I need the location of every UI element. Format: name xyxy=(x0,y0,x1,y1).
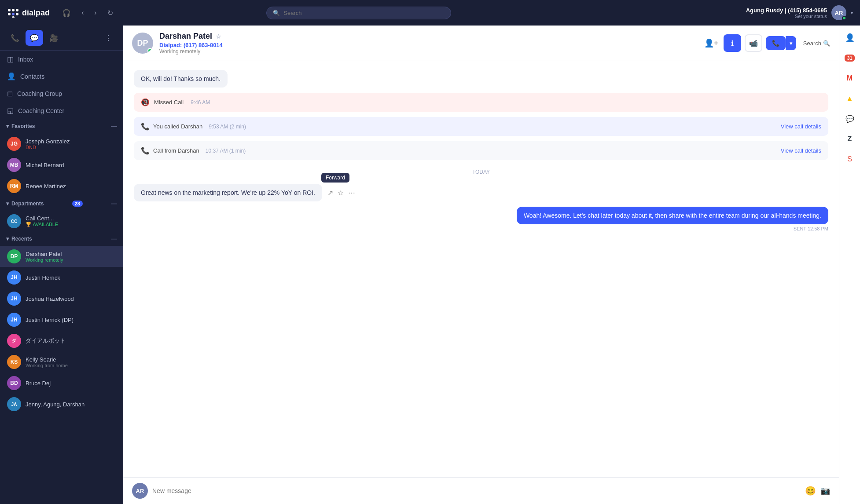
rp-drive-icon[interactable]: ▲ xyxy=(842,91,858,106)
main-layout: 📞 💬 🎥 ⋮ ◫ Inbox 👤 Contacts ◻ Coaching Gr… xyxy=(0,26,860,504)
input-user-avatar: AR xyxy=(132,483,148,499)
search-input[interactable] xyxy=(283,10,445,16)
departments-edit-icon[interactable]: — xyxy=(111,200,117,207)
departments-chevron: ▾ xyxy=(6,201,9,207)
header-actions: 👤+ ℹ 📹 📞 ▾ Search 🔍 xyxy=(702,34,830,52)
call-button[interactable]: 📞 xyxy=(766,36,786,50)
today-divider: TODAY xyxy=(134,165,828,179)
headset-button[interactable]: 🎧 xyxy=(59,7,74,19)
departments-section-header[interactable]: ▾ Departments 28 — xyxy=(0,197,123,211)
forward-button[interactable]: › xyxy=(91,7,100,18)
user-area: Agung Rusdy | (415) 854-0695 Set your st… xyxy=(746,5,853,20)
search-icon: 🔍 xyxy=(273,10,280,16)
inbound-call-event: 📞 Call from Darshan 10:37 AM (1 min) Vie… xyxy=(134,141,828,160)
sidebar: 📞 💬 🎥 ⋮ ◫ Inbox 👤 Contacts ◻ Coaching Gr… xyxy=(0,26,123,504)
jenny-avatar: JA xyxy=(7,397,21,411)
rp-calendar-icon[interactable]: 31 xyxy=(842,50,858,66)
refresh-button[interactable]: ↻ xyxy=(104,7,117,19)
recent-joshua[interactable]: JH Joshua Hazelwood xyxy=(0,288,123,309)
chat-title: Darshan Patel ☆ Dialpad: (617) 863-8014 … xyxy=(159,32,696,55)
search-bar[interactable]: 🔍 xyxy=(266,7,451,19)
call-dropdown-button[interactable]: ▾ xyxy=(786,36,796,50)
rp-person-icon: 👤 xyxy=(845,33,855,43)
coaching-center-label: Coaching Center xyxy=(18,107,64,114)
emoji-button[interactable]: 😊 xyxy=(805,486,816,496)
add-user-button[interactable]: 👤+ xyxy=(702,34,720,52)
sidebar-item-inbox[interactable]: ◫ Inbox xyxy=(0,51,123,68)
back-button[interactable]: ‹ xyxy=(78,7,87,18)
recents-section-header[interactable]: ▾ Recents — xyxy=(0,232,123,246)
inbound-call-icon: 📞 xyxy=(141,146,150,155)
sidebar-item-coaching-center[interactable]: ◱ Coaching Center xyxy=(0,102,123,119)
view-call-details-2[interactable]: View call details xyxy=(781,147,821,154)
sidebar-item-coaching-group[interactable]: ◻ Coaching Group xyxy=(0,85,123,102)
rp-gmail-icon[interactable]: M xyxy=(842,70,858,86)
today-label: TODAY xyxy=(472,169,490,175)
phone-tool-button[interactable]: 📞 xyxy=(6,30,24,46)
jenny-name: Jenny, Agung, Darshan xyxy=(26,401,116,408)
video-call-button[interactable]: 📹 xyxy=(745,34,762,52)
call-center-avatar: CC xyxy=(7,214,21,228)
outbound-call-event: 📞 You called Darshan 9:53 AM (2 min) Vie… xyxy=(134,117,828,136)
msg-ok-text: OK, will do! Thanks so much. xyxy=(141,75,221,82)
recent-kelly[interactable]: KS Kelly Searle Working from home xyxy=(0,351,123,373)
recent-dialbot[interactable]: ダ ダイアルボット xyxy=(0,330,123,351)
svg-point-1 xyxy=(12,9,15,11)
avatar-online-indicator xyxy=(842,16,846,20)
user-dropdown-arrow[interactable]: ▾ xyxy=(851,11,853,15)
search-chat-link[interactable]: Search 🔍 xyxy=(803,40,830,47)
camera-button[interactable]: 📷 xyxy=(820,486,830,496)
rp-user-icon[interactable]: 👤 xyxy=(842,30,858,46)
recent-bruce[interactable]: BD Bruce Dej xyxy=(0,373,123,394)
contacts-icon: 👤 xyxy=(7,72,16,80)
justin-info: Justin Herrick xyxy=(26,274,116,281)
recent-jenny[interactable]: JA Jenny, Agung, Darshan xyxy=(0,394,123,415)
chat-area: DP Darshan Patel ☆ Dialpad: (617) 863-80… xyxy=(123,26,839,504)
favorite-joseph[interactable]: JG Joseph Gonzalez DND xyxy=(0,133,123,154)
message-marketing-report-wrapper: Great news on the marketing report. We'r… xyxy=(134,184,828,201)
user-avatar[interactable]: AR xyxy=(831,5,846,20)
recent-justin-dp[interactable]: JH Justin Herrick (DP) xyxy=(0,309,123,330)
message-input[interactable] xyxy=(152,485,801,497)
search-label: Search xyxy=(803,40,821,47)
message-reply: Woah! Awesome. Let's chat later today ab… xyxy=(517,207,828,224)
favorite-renee[interactable]: RM Renee Martinez xyxy=(0,175,123,197)
svg-point-3 xyxy=(8,13,11,15)
bruce-info: Bruce Dej xyxy=(26,380,116,387)
chat-tool-button[interactable]: 💬 xyxy=(26,30,43,46)
favorite-michel[interactable]: MB Michel Bernard xyxy=(0,154,123,175)
favorites-edit-icon[interactable]: — xyxy=(111,123,117,130)
more-message-button[interactable]: ⋯ xyxy=(346,187,357,199)
svg-point-4 xyxy=(12,13,15,15)
recent-darshan[interactable]: DP Darshan Patel Working remotely xyxy=(0,246,123,267)
phone-label: Dialpad: xyxy=(159,42,182,48)
inbox-label: Inbox xyxy=(18,56,33,63)
more-tool-button[interactable]: ⋮ xyxy=(99,30,117,46)
search-chat-icon: 🔍 xyxy=(823,40,830,47)
jenny-info: Jenny, Agung, Darshan xyxy=(26,401,116,408)
view-call-details-1[interactable]: View call details xyxy=(781,123,821,130)
dept-call-center[interactable]: CC Call Cent... 🏆 AVAILABLE xyxy=(0,211,123,232)
justin-dp-info: Justin Herrick (DP) xyxy=(26,317,116,323)
recent-justin-h[interactable]: JH Justin Herrick xyxy=(0,267,123,288)
rp-zendesk-icon[interactable]: Z xyxy=(842,131,858,147)
justin-avatar: JH xyxy=(7,270,21,285)
rp-sheets-icon[interactable]: S xyxy=(842,151,858,167)
right-panel: 👤 31 M ▲ 💬 Z S xyxy=(839,26,860,504)
star-icon[interactable]: ☆ xyxy=(216,33,221,40)
recents-edit-icon[interactable]: — xyxy=(111,235,117,242)
video-tool-button[interactable]: 🎥 xyxy=(45,30,62,46)
coaching-group-icon: ◻ xyxy=(7,89,13,98)
star-message-button[interactable]: ☆ xyxy=(336,187,345,199)
call-button-group: 📞 ▾ xyxy=(766,36,796,50)
favorites-section-header[interactable]: ▾ Favorites — xyxy=(0,119,123,133)
rp-sheets-symbol: S xyxy=(847,155,852,163)
sidebar-item-contacts[interactable]: 👤 Contacts xyxy=(0,68,123,85)
kelly-name: Kelly Searle xyxy=(26,356,116,363)
forward-button[interactable]: ↗ xyxy=(326,187,335,199)
info-button[interactable]: ℹ xyxy=(724,34,741,52)
coaching-group-label: Coaching Group xyxy=(17,90,62,97)
logo-text: dialpad xyxy=(22,8,50,18)
rp-chat-icon[interactable]: 💬 xyxy=(842,111,858,127)
darshan-name: Darshan Patel xyxy=(26,251,116,257)
